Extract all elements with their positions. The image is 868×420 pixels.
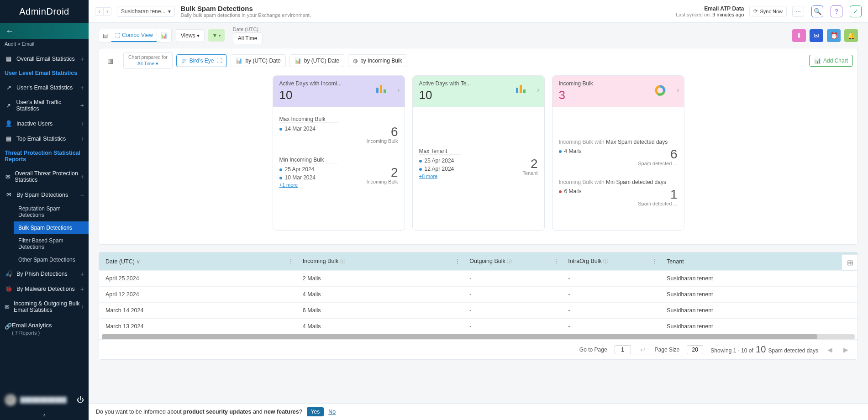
footer-yes-button[interactable]: Yes [307, 407, 324, 416]
power-icon[interactable]: ⏻ [77, 396, 84, 404]
info-icon: ⓘ [340, 258, 345, 264]
table-row[interactable]: April 12 20244 Mails--Susidharan tenent [99, 287, 857, 303]
sidebar-item-by-malware[interactable]: 🐞By Malware Detections+ [0, 281, 89, 296]
chart-icon: ↗ [5, 84, 13, 91]
table-row[interactable]: March 13 20244 Mails--Susidharan tenent [99, 319, 857, 335]
col-menu-icon[interactable]: ⋮ [652, 258, 658, 265]
col-label: Incoming Bulk [303, 258, 339, 264]
arrow-right-icon[interactable]: › [537, 86, 539, 94]
sidebar-item-label: Incoming & Outgoing Bulk Email Statistic… [14, 300, 84, 313]
table-cell: 6 Mails [296, 303, 463, 319]
table-row[interactable]: April 25 20242 Mails--Susidharan tenent [99, 271, 857, 287]
graph-view-button[interactable]: 📊 [157, 30, 172, 42]
sidebar-item-other-spam[interactable]: Other Spam Detections [14, 253, 89, 266]
chart-prepared-for[interactable]: Chart prepared for All Time ▾ [123, 52, 173, 69]
sidebar-item-in-out-bulk[interactable]: ✉Incoming & Outgoing Bulk Email Statisti… [0, 296, 89, 317]
card-stat-label: Incoming Bulk [366, 138, 398, 144]
sidebar-item-by-spam-detections[interactable]: ✉By Spam Detections− [0, 187, 89, 202]
sidebar-item-filter-spam[interactable]: Filter Based Spam Detections [14, 234, 89, 253]
col-menu-icon[interactable]: ⋮ [455, 258, 460, 265]
download-button[interactable]: ⬇ [792, 29, 806, 42]
table-cell: - [463, 303, 562, 319]
sidebar-item-inactive-users[interactable]: 👤Inactive Users+ [0, 116, 89, 131]
views-dropdown[interactable]: Views ▾ [176, 29, 205, 42]
pager-page-input[interactable] [615, 345, 631, 354]
card-item: 25 Apr 2024 [285, 166, 315, 173]
check-button[interactable]: ✓ [850, 5, 862, 17]
chart-prep-icon[interactable]: ▥ [104, 54, 117, 67]
sidebar-item-reputation-spam[interactable]: Reputation Spam Detections [14, 202, 89, 221]
content-scroll[interactable]: ▥ Chart prepared for All Time ▾ 🕊Bird's … [89, 48, 868, 403]
logo: AdminDroid [0, 0, 89, 23]
tab-birds-eye[interactable]: 🕊Bird's Eye⛶ [176, 54, 227, 67]
pager-size-input[interactable] [687, 345, 703, 354]
card-body: Max Incoming Bulk 14 Mar 2024 6Incoming … [273, 107, 405, 230]
sidebar-item-overall-threat[interactable]: ✉Overall Threat Protection Statistics+ [0, 166, 89, 187]
date-filter-value[interactable]: All Time [233, 32, 263, 44]
bar-icon: 📊 [295, 58, 301, 64]
email-analytics-link: Email Analytics [12, 322, 52, 329]
add-chart-button[interactable]: 📊Add Chart [809, 55, 853, 67]
sidebar-item-overall-email-stats[interactable]: ▤Overall Email Statistics+ [0, 51, 89, 66]
col-incoming-bulk[interactable]: Incoming Bulk ⓘ⋮ [296, 252, 463, 271]
help-button[interactable]: ? [831, 5, 842, 17]
profile-row[interactable]: ████████████ ⏻ [0, 390, 89, 410]
page-title: Bulk Spam Detections [180, 5, 311, 12]
pager-next-button[interactable]: ▶ [842, 346, 850, 353]
back-button[interactable]: ← [0, 23, 89, 39]
sidebar-item-by-phish[interactable]: 🎣By Phish Detections+ [0, 266, 89, 281]
more-link[interactable]: +8 more [419, 173, 438, 179]
sidebar-item-email-analytics[interactable]: 🔗 Email Analytics ( 7 Reports ) [0, 317, 89, 340]
list-view-button[interactable]: ▤ [99, 30, 111, 42]
nav-back-button[interactable]: ‹ [95, 7, 103, 16]
combo-view-button[interactable]: ⬚Combo View [111, 29, 157, 42]
charts-panel: ▥ Chart prepared for All Time ▾ 🕊Bird's … [99, 48, 858, 245]
nav-forward-button[interactable]: › [103, 7, 111, 16]
check-icon: ✓ [853, 8, 858, 15]
horizontal-scrollbar[interactable] [102, 334, 855, 339]
card-section-title: Incoming Bulk with Max Spam detected day… [559, 139, 678, 145]
sync-now-button[interactable]: ⟳Sync Now [749, 6, 787, 16]
card-incoming-bulk[interactable]: Incoming Bulk 3 › Incoming Bulk with Max… [552, 75, 684, 231]
col-date[interactable]: Date (UTC) ∨⋮ [99, 252, 296, 271]
card-active-days-tenant[interactable]: Active Days with Te... 10 › Max Tenant [412, 75, 545, 231]
col-tenant[interactable]: Tenant [660, 252, 857, 271]
expand-icon[interactable]: ⛶ [216, 58, 222, 64]
tenant-dropdown[interactable]: Susidharan tene...▾ [117, 6, 175, 17]
pager-go-button[interactable]: ↩ [638, 346, 647, 353]
sidebar-collapse-button[interactable]: ‹ [0, 410, 89, 420]
search-button[interactable]: 🔍 [811, 5, 823, 17]
tab-label: by Incoming Bulk [360, 58, 402, 64]
filter-button[interactable]: ▼▾ [208, 29, 225, 42]
tab-by-date-2[interactable]: 📊by (UTC) Date [289, 54, 344, 67]
donut-icon: ◍ [353, 58, 358, 64]
schedule-button[interactable]: ⏰ [827, 29, 841, 42]
col-intraorg-bulk[interactable]: IntraOrg Bulk ⓘ⋮ [562, 252, 660, 271]
more-button[interactable]: ⋯ [792, 6, 804, 17]
card-active-days-incoming[interactable]: Active Days with Incomi... 10 › Max Inco… [273, 75, 405, 231]
sidebar-item-bulk-spam[interactable]: Bulk Spam Detections [14, 221, 89, 234]
sidebar-item-top-email-stats[interactable]: ▤Top Email Statistics+ [0, 131, 89, 146]
alert-button[interactable]: 🔔 [844, 29, 858, 42]
sidebar-item-users-email-stats[interactable]: ↗User's Email Statistics+ [0, 80, 89, 95]
col-menu-icon[interactable]: ⋮ [288, 258, 294, 265]
arrow-right-icon[interactable]: › [397, 86, 400, 94]
graph-icon: 📊 [161, 32, 168, 39]
expand-icon: + [80, 270, 84, 278]
tab-by-date-1[interactable]: 📊by (UTC) Date [231, 54, 285, 67]
table-cell: - [562, 271, 660, 287]
pager-prev-button[interactable]: ◀ [826, 346, 834, 353]
table-cell: April 25 2024 [99, 271, 296, 287]
table-cell: 4 Mails [296, 287, 463, 303]
arrow-right-icon[interactable]: › [677, 86, 679, 94]
footer-no-link[interactable]: No [328, 409, 336, 415]
sidebar-item-users-mail-traffic[interactable]: ↗User's Mail Traffic Statistics+ [0, 95, 89, 116]
col-menu-icon[interactable]: ⋮ [553, 258, 559, 265]
sidebar-item-label: By Malware Detections [16, 286, 75, 292]
more-link[interactable]: +1 more [279, 182, 298, 188]
table-row[interactable]: March 14 20246 Mails--Susidharan tenent [99, 303, 857, 319]
col-outgoing-bulk[interactable]: Outgoing Bulk ⓘ⋮ [463, 252, 562, 271]
card-stat: 1 [638, 188, 677, 201]
email-button[interactable]: ✉ [810, 29, 823, 42]
tab-by-incoming-bulk[interactable]: ◍by Incoming Bulk [348, 54, 407, 67]
